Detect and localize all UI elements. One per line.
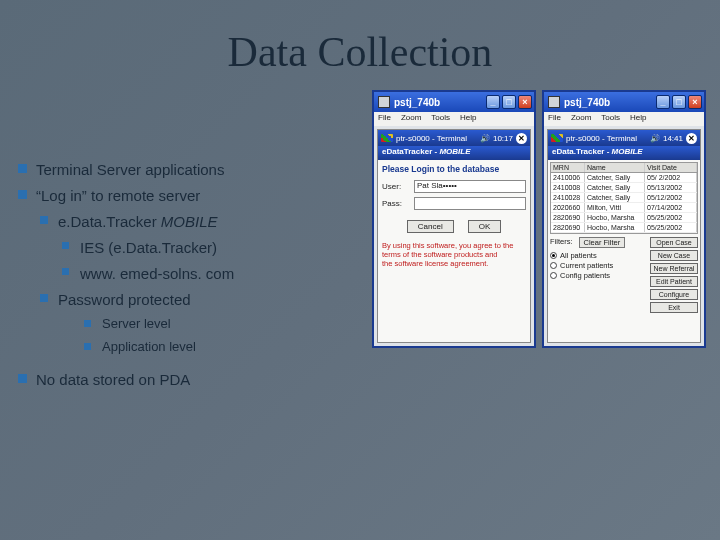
- bullet-item: www. emed-solns. com: [58, 262, 372, 286]
- col-visit[interactable]: Visit Date: [645, 163, 697, 172]
- minimize-button[interactable]: _: [656, 95, 670, 109]
- close-button[interactable]: ×: [518, 95, 532, 109]
- edit-patient-button[interactable]: Edit Patient: [650, 276, 698, 287]
- cell: Milton, Vitti: [585, 203, 645, 212]
- clock: 10:17: [493, 134, 513, 143]
- radio-all[interactable]: All patients: [550, 251, 647, 260]
- cell: 05/25/2002: [645, 223, 697, 232]
- radio-label: All patients: [560, 251, 597, 260]
- radio-current[interactable]: Current patients: [550, 261, 647, 270]
- bullet-text: Terminal Server applications: [36, 161, 224, 178]
- legal-line: By using this software, you agree to the: [382, 241, 526, 250]
- clear-filter-button[interactable]: Clear Filter: [579, 237, 626, 248]
- app-titlebar: eData.Tracker - MOBILE: [548, 146, 700, 160]
- patients-table: MRN Name Visit Date 2410006Catcher, Sall…: [550, 162, 698, 234]
- bullet-text: e.Data.Tracker: [58, 213, 161, 230]
- app-icon: [548, 96, 560, 108]
- table-row[interactable]: 2820690Hocbo, Marsha05/25/2002: [551, 223, 697, 233]
- bullet-text-em: MOBILE: [161, 213, 218, 230]
- table-row[interactable]: 2410008Catcher, Sally05/13/2002: [551, 183, 697, 193]
- user-input[interactable]: Pat Sla•••••: [414, 180, 526, 193]
- cell: 07/14/2002: [645, 203, 697, 212]
- speaker-icon[interactable]: 🔊: [480, 134, 490, 143]
- clock: 14:41: [663, 134, 683, 143]
- cell: 05/25/2002: [645, 213, 697, 222]
- square-bullet-icon: [62, 242, 69, 249]
- screenshots-panel: pstj_740b _ □ × File Zoom Tools Help ptr…: [372, 86, 706, 394]
- menu-item[interactable]: File: [548, 113, 561, 125]
- menu-item[interactable]: Tools: [601, 113, 620, 125]
- menu-item[interactable]: Help: [460, 113, 476, 125]
- menubar: File Zoom Tools Help: [374, 112, 534, 126]
- pda-title: ptr-s0000 - Terminal: [396, 134, 467, 143]
- filters-label: Filters:: [550, 237, 573, 248]
- exit-button[interactable]: Exit: [650, 302, 698, 313]
- window-patient-list: pstj_740b _ □ × File Zoom Tools Help ptr…: [542, 90, 706, 348]
- titlebar: pstj_740b _ □ ×: [544, 92, 704, 112]
- pda-close-icon[interactable]: ✕: [686, 133, 697, 144]
- radio-icon: [550, 272, 557, 279]
- square-bullet-icon: [40, 294, 48, 302]
- cell: Catcher, Sally: [585, 173, 645, 182]
- configure-button[interactable]: Configure: [650, 289, 698, 300]
- cancel-button[interactable]: Cancel: [407, 220, 454, 233]
- bullet-item: No data stored on PDA: [14, 368, 372, 392]
- start-flag-icon[interactable]: [551, 134, 563, 142]
- col-name[interactable]: Name: [585, 163, 645, 172]
- action-buttons: Open Case New Case New Referral Edit Pat…: [650, 237, 698, 340]
- radio-config[interactable]: Config patients: [550, 271, 647, 280]
- square-bullet-icon: [18, 164, 27, 173]
- menu-item[interactable]: Zoom: [401, 113, 421, 125]
- menu-item[interactable]: Zoom: [571, 113, 591, 125]
- bullet-item: Password protected: [36, 288, 372, 312]
- radio-icon: [550, 262, 557, 269]
- legal-line: terms of the software products and: [382, 250, 526, 259]
- cell: 2820690: [551, 223, 585, 232]
- square-bullet-icon: [84, 320, 91, 327]
- window-login: pstj_740b _ □ × File Zoom Tools Help ptr…: [372, 90, 536, 348]
- pda-screen: ptr-s0000 - Terminal 🔊14:41✕ eData.Track…: [547, 129, 701, 343]
- cell: 2410028: [551, 193, 585, 202]
- bullet-text: Password protected: [58, 291, 191, 308]
- menu-item[interactable]: Help: [630, 113, 646, 125]
- app-titlebar: eDataTracker - MOBILE: [378, 146, 530, 160]
- table-row[interactable]: 2410006Catcher, Sally05/ 2/2002: [551, 173, 697, 183]
- filters-box: Filters:Clear Filter All patients Curren…: [550, 237, 647, 340]
- bullet-item: Application level: [80, 337, 372, 358]
- maximize-button[interactable]: □: [502, 95, 516, 109]
- table-row[interactable]: 2020660Milton, Vitti07/14/2002: [551, 203, 697, 213]
- app-name: eDataTracker: [382, 147, 432, 156]
- table-header: MRN Name Visit Date: [551, 163, 697, 173]
- new-referral-button[interactable]: New Referral: [650, 263, 698, 274]
- bullet-text: No data stored on PDA: [36, 371, 190, 388]
- pda-screen: ptr-s0000 - Terminal 🔊10:17✕ eDataTracke…: [377, 129, 531, 343]
- table-row[interactable]: 2410028Catcher, Sally05/12/2002: [551, 193, 697, 203]
- maximize-button[interactable]: □: [672, 95, 686, 109]
- menu-item[interactable]: File: [378, 113, 391, 125]
- sep: -: [604, 147, 611, 156]
- bullet-item: Server level: [80, 314, 372, 335]
- new-case-button[interactable]: New Case: [650, 250, 698, 261]
- ok-button[interactable]: OK: [468, 220, 502, 233]
- radio-label: Config patients: [560, 271, 610, 280]
- radio-label: Current patients: [560, 261, 613, 270]
- cell: 2820690: [551, 213, 585, 222]
- pass-label: Pass:: [382, 199, 410, 208]
- start-flag-icon[interactable]: [381, 134, 393, 142]
- lower-panel: Filters:Clear Filter All patients Curren…: [550, 237, 698, 340]
- cell: 05/13/2002: [645, 183, 697, 192]
- pda-close-icon[interactable]: ✕: [516, 133, 527, 144]
- table-row[interactable]: 2820690Hocbo, Marsha05/25/2002: [551, 213, 697, 223]
- cell: Hocbo, Marsha: [585, 223, 645, 232]
- radio-icon: [550, 252, 557, 259]
- speaker-icon[interactable]: 🔊: [650, 134, 660, 143]
- pass-input[interactable]: [414, 197, 526, 210]
- bullet-item: “Log in” to remote server: [14, 184, 372, 208]
- close-button[interactable]: ×: [688, 95, 702, 109]
- open-case-button[interactable]: Open Case: [650, 237, 698, 248]
- col-mrn[interactable]: MRN: [551, 163, 585, 172]
- minimize-button[interactable]: _: [486, 95, 500, 109]
- cell: Hocbo, Marsha: [585, 213, 645, 222]
- menu-item[interactable]: Tools: [431, 113, 450, 125]
- bullet-item: IES (e.Data.Tracker): [58, 236, 372, 260]
